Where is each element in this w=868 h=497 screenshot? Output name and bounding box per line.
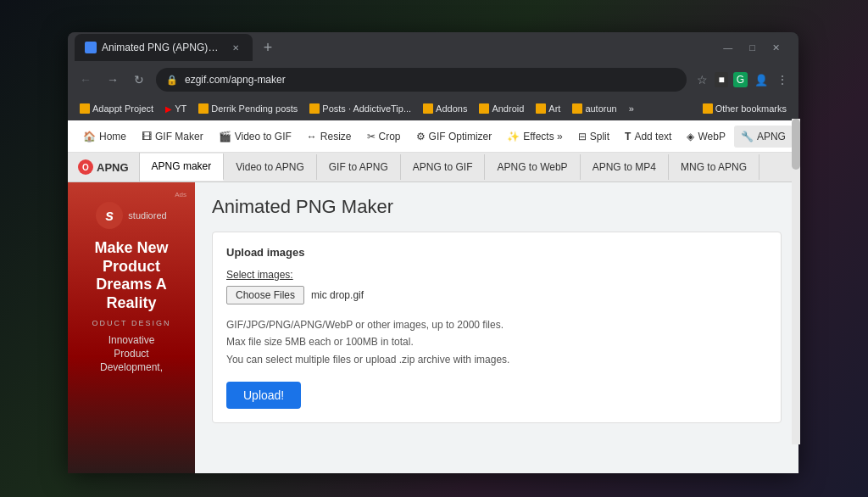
upload-box: Upload images Select images: Choose File… [212, 232, 782, 423]
nav-video-to-gif[interactable]: 🎬 Video to GIF [212, 126, 298, 148]
menu-icon[interactable]: ⋮ [775, 71, 790, 88]
ext1-icon[interactable]: ■ [715, 72, 727, 87]
bookmark-more[interactable]: » [624, 102, 639, 115]
url-bar[interactable]: 🔒 ezgif.com/apng-maker [156, 68, 687, 92]
ad-description: Innovative Product Development, [100, 334, 163, 374]
bookmark-label: Android [492, 103, 524, 114]
address-bar-icons: ☆ ■ G 👤 ⋮ [695, 71, 790, 88]
effects-icon: ✨ [507, 131, 520, 142]
bookmark-android[interactable]: Android [474, 102, 529, 115]
nav-home[interactable]: 🏠 Home [76, 126, 133, 148]
home-icon: 🏠 [83, 131, 96, 142]
nav-webp[interactable]: ◈ WebP [680, 126, 732, 148]
bookmark-art[interactable]: Art [531, 102, 565, 115]
nav-label: Home [99, 131, 126, 142]
nav-label: GIF Maker [155, 131, 203, 142]
active-tab[interactable]: Animated PNG (APNG) Maker ✕ [75, 34, 253, 61]
upload-section-title: Upload images [226, 246, 767, 259]
ad-logo: s studiored [96, 202, 166, 229]
window-controls: — □ ✕ [718, 41, 792, 55]
tab-favicon [85, 42, 97, 53]
nav-effects[interactable]: ✨ Effects » [500, 126, 569, 148]
folder-icon [703, 103, 713, 114]
nav-label: Crop [379, 131, 401, 142]
ad-desc2: Product [114, 348, 148, 360]
apng-tab-bar: O APNG APNG maker Video to APNG GIF to A… [68, 153, 798, 182]
back-button[interactable]: ← [76, 71, 95, 88]
star-icon[interactable]: ☆ [695, 71, 709, 88]
nav-gif-optimizer[interactable]: ⚙ GIF Optimizer [409, 126, 499, 148]
ext2-icon[interactable]: G [733, 72, 748, 87]
tab-area: Animated PNG (APNG) Maker ✕ + [75, 34, 713, 61]
tab-apng-to-webp[interactable]: APNG to WebP [485, 154, 580, 180]
forward-button[interactable]: → [103, 71, 122, 88]
other-bookmarks[interactable]: Other bookmarks [698, 102, 792, 115]
folder-icon [572, 103, 582, 114]
choose-files-button[interactable]: Choose Files [226, 286, 304, 304]
refresh-button[interactable]: ↻ [131, 71, 147, 88]
page-title: Animated PNG Maker [212, 196, 782, 218]
tab-apng-maker[interactable]: APNG maker [140, 154, 225, 181]
bookmarks-bar: Adappt Project ▶ YT Derrik Pending posts… [68, 97, 798, 120]
bookmark-addons[interactable]: Addons [418, 102, 472, 115]
user-icon[interactable]: 👤 [753, 72, 770, 88]
main-content: Ads s studiored Make New Product Dreams … [68, 182, 798, 473]
crop-icon: ✂ [367, 131, 376, 142]
nav-label: Split [590, 131, 609, 142]
bookmark-adappt[interactable]: Adappt Project [75, 102, 159, 115]
nav-split[interactable]: ⊟ Split [571, 126, 616, 148]
bookmark-label: Derrik Pending posts [211, 103, 298, 114]
tab-label: APNG to WebP [497, 161, 567, 173]
minimize-button[interactable]: — [718, 41, 737, 54]
bookmark-derrik[interactable]: Derrik Pending posts [193, 102, 303, 115]
scrollbar-track[interactable] [792, 119, 800, 444]
file-info-line3: You can select multiple files or upload … [226, 354, 509, 366]
text-icon: T [625, 131, 631, 142]
file-info: GIF/JPG/PNG/APNG/WebP or other images, u… [226, 316, 767, 368]
tab-apng-to-mp4[interactable]: APNG to MP4 [581, 154, 669, 180]
apng-logo: O APNG [68, 153, 140, 181]
nav-label: Resize [320, 131, 352, 142]
resize-icon: ↔ [307, 131, 317, 142]
address-bar: ← → ↻ 🔒 ezgif.com/apng-maker ☆ ■ G 👤 ⋮ [68, 63, 798, 97]
browser-window: Animated PNG (APNG) Maker ✕ + — □ ✕ ← → … [68, 32, 798, 473]
tab-mng-to-apng[interactable]: MNG to APNG [669, 154, 760, 180]
nav-label: GIF Optimizer [429, 131, 492, 142]
tab-gif-to-apng[interactable]: GIF to APNG [317, 154, 401, 180]
filename-display: mic drop.gif [311, 289, 364, 301]
folder-icon [80, 103, 90, 114]
ad-desc1: Innovative [108, 334, 155, 346]
bookmark-yt[interactable]: ▶ YT [160, 102, 192, 115]
nav-gif-maker[interactable]: 🎞 GIF Maker [135, 126, 210, 148]
ad-brand-name: studiored [128, 210, 166, 221]
file-info-line2: Max file size 5MB each or 100MB in total… [226, 336, 414, 348]
nav-resize[interactable]: ↔ Resize [300, 126, 359, 148]
tab-close-button[interactable]: ✕ [229, 41, 242, 54]
nav-add-text[interactable]: T Add text [618, 126, 678, 148]
page-content: Animated PNG Maker Upload images Select … [195, 182, 798, 473]
file-input-row: Choose Files mic drop.gif [226, 286, 767, 304]
nav-apng[interactable]: 🔧 APNG [734, 126, 793, 148]
close-button[interactable]: ✕ [767, 41, 785, 55]
split-icon: ⊟ [578, 131, 587, 142]
bookmark-label: Adappt Project [92, 103, 153, 114]
folder-icon [309, 103, 320, 114]
lock-icon: 🔒 [166, 75, 178, 86]
ad-sidebar: Ads s studiored Make New Product Dreams … [68, 182, 195, 473]
folder-icon [536, 103, 546, 114]
folder-icon [479, 103, 489, 114]
upload-button[interactable]: Upload! [226, 382, 301, 409]
bookmark-posts[interactable]: Posts · AddictiveTip... [304, 102, 416, 115]
title-bar: Animated PNG (APNG) Maker ✕ + — □ ✕ [68, 32, 798, 63]
tab-title: Animated PNG (APNG) Maker [102, 42, 220, 53]
bookmark-autorun[interactable]: autorun [567, 102, 621, 115]
select-images-label: Select images: [226, 269, 767, 281]
tab-video-to-apng[interactable]: Video to APNG [224, 154, 317, 180]
new-tab-button[interactable]: + [256, 36, 280, 59]
scrollbar-thumb[interactable] [792, 119, 800, 170]
apng-logo-icon: O [78, 159, 93, 175]
bookmark-label: YT [175, 103, 186, 114]
maximize-button[interactable]: □ [744, 41, 760, 54]
nav-crop[interactable]: ✂ Crop [360, 126, 408, 148]
tab-apng-to-gif[interactable]: APNG to GIF [401, 154, 486, 180]
